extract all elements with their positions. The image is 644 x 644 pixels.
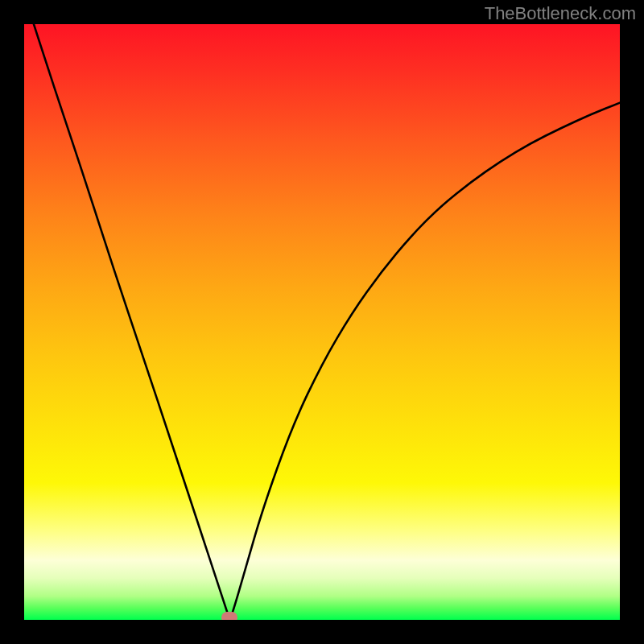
watermark-label: TheBottleneck.com [485, 3, 636, 24]
notch-marker [221, 612, 237, 620]
chart-frame: TheBottleneck.com [0, 0, 644, 644]
plot-area [24, 24, 620, 620]
bottleneck-curve [24, 24, 620, 620]
